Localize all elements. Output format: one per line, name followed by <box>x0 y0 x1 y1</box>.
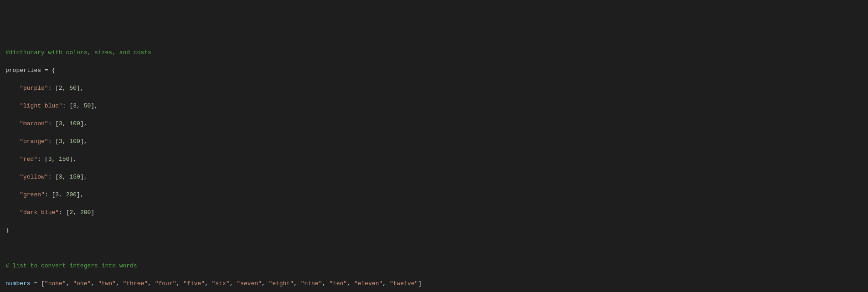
properties-close: } <box>5 227 9 234</box>
properties-open: properties = { <box>5 67 55 74</box>
key-yellow: "yellow" <box>20 174 48 180</box>
key-maroon: "maroon" <box>20 120 48 127</box>
key-green: "green" <box>20 191 45 198</box>
key-purple: "purple" <box>20 85 48 92</box>
key-red: "red" <box>20 156 37 163</box>
numbers-var: numbers <box>5 280 31 287</box>
comment-list: # list to convert integers into words <box>5 262 137 269</box>
code-editor: #dictionary with colors, sizes, and cost… <box>5 39 863 292</box>
comment-header: #dictionary with colors, sizes, and cost… <box>5 49 151 56</box>
key-dark-blue: "dark blue" <box>20 209 59 216</box>
key-orange: "orange" <box>20 138 48 145</box>
key-light-blue: "light blue" <box>20 102 62 109</box>
